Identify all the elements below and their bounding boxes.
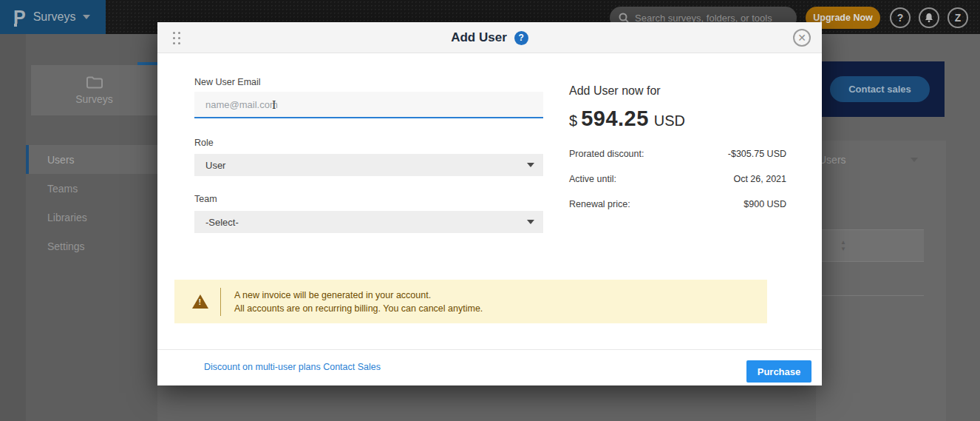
price-row-label: Renewal price: <box>569 199 630 209</box>
chevron-down-icon <box>527 220 534 224</box>
help-badge-icon[interactable]: ? <box>514 31 528 45</box>
new-user-email-field[interactable] <box>194 92 543 118</box>
tab-surveys-label: Surveys <box>75 93 113 105</box>
table-row-divider <box>816 295 924 296</box>
price-row-value: Oct 26, 2021 <box>733 174 786 184</box>
avatar[interactable]: Z <box>947 7 968 28</box>
modal-title: Add User <box>451 30 507 45</box>
brand-area[interactable]: P Surveys <box>0 0 106 34</box>
sidebar-item-settings[interactable]: Settings <box>26 232 157 260</box>
team-label: Team <box>194 194 217 204</box>
sidebar-item-label: Users <box>47 154 75 166</box>
role-label: Role <box>194 138 214 148</box>
warning-line2: All accounts are on recurring billing. Y… <box>234 302 483 315</box>
close-icon[interactable]: ✕ <box>793 29 811 47</box>
modal-footer: Discount on multi-user plans Contact Sal… <box>157 349 822 385</box>
help-button[interactable]: ? <box>890 7 911 28</box>
team-select-value: -Select- <box>205 217 239 228</box>
role-select-value: User <box>205 160 225 171</box>
sidebar-item-teams[interactable]: Teams <box>26 174 157 203</box>
price-row-renewal-price: Renewal price: $900 USD <box>569 199 786 209</box>
role-select[interactable]: User <box>194 154 543 176</box>
price-row-label: Active until: <box>569 174 616 184</box>
price-row-active-until: Active until: Oct 26, 2021 <box>569 174 786 184</box>
add-user-modal: Add User ? ✕ New User Email I Role User … <box>157 22 822 385</box>
currency-code: USD <box>654 112 685 129</box>
sort-icon[interactable]: ▲▼ <box>840 239 846 252</box>
currency-symbol: $ <box>569 112 577 129</box>
warning-line1: A new invoice will be generated in your … <box>234 289 483 302</box>
price-row-value: $900 USD <box>743 199 786 209</box>
users-panel: Users ▲▼ <box>816 141 946 421</box>
price-amount: $ 594.25 USD <box>569 107 786 131</box>
sidebar-item-label: Settings <box>47 240 85 252</box>
invoice-warning-banner: A new invoice will be generated in your … <box>174 280 767 323</box>
active-tab-indicator <box>137 62 157 65</box>
chevron-down-icon <box>911 158 918 162</box>
contact-sales-link[interactable]: Discount on multi-user plans Contact Sal… <box>204 362 381 372</box>
panel-filter-label[interactable]: Users <box>819 154 846 166</box>
modal-header: Add User ? ✕ <box>157 22 822 53</box>
left-rail <box>0 34 26 421</box>
chevron-down-icon <box>83 15 90 19</box>
pricing-summary: Add User now for $ 594.25 USD Prorated d… <box>569 84 786 209</box>
chevron-down-icon <box>527 163 534 167</box>
sidebar-item-users[interactable]: Users <box>26 145 157 174</box>
sidebar-item-label: Teams <box>47 183 78 195</box>
price-row-value: -$305.75 USD <box>728 149 786 159</box>
purchase-button[interactable]: Purchase <box>746 360 811 383</box>
product-switcher-label[interactable]: Surveys <box>33 10 76 24</box>
price-row-prorated-discount: Prorated discount: -$305.75 USD <box>569 149 786 159</box>
sidebar-item-libraries[interactable]: Libraries <box>26 203 157 232</box>
team-select[interactable]: -Select- <box>194 211 543 233</box>
folder-icon <box>86 76 103 89</box>
email-label: New User Email <box>194 77 261 87</box>
warning-triangle-icon <box>192 294 208 309</box>
brand-logo-icon: P <box>13 9 26 25</box>
contact-sales-button[interactable]: Contact sales <box>830 76 930 102</box>
pricing-heading: Add User now for <box>569 84 786 98</box>
search-icon <box>619 13 629 23</box>
notifications-button[interactable] <box>919 7 939 28</box>
amount-value: 594.25 <box>581 107 649 131</box>
tab-surveys[interactable]: Surveys <box>31 65 157 115</box>
sidebar-item-label: Libraries <box>47 212 87 223</box>
price-row-label: Prorated discount: <box>569 149 644 159</box>
divider <box>220 288 221 316</box>
table-header-row: ▲▼ <box>816 229 924 262</box>
bell-icon <box>924 13 934 23</box>
